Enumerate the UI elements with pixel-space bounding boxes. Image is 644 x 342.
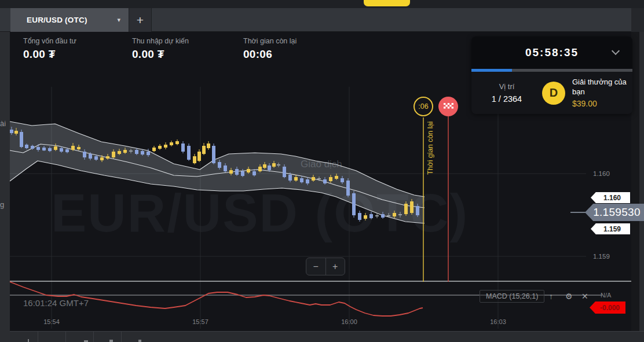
toolbar-divider — [121, 332, 122, 342]
stat-time-remaining: Thời gian còn lại 00:06 — [243, 37, 297, 61]
tournament-info-section: Vị trí 1 / 2364 D Giải thưởng của bạn $3… — [471, 72, 632, 114]
stat-total-investment: Tổng vốn đầu tư 0.00 ₮ — [23, 37, 76, 61]
left-edge-strip: ài g — [0, 32, 10, 342]
stat-label: Thời gian còn lại — [243, 37, 297, 45]
vertical-scrollbar[interactable] — [639, 32, 644, 331]
zoom-out-button[interactable]: − — [306, 258, 326, 275]
stat-expected-income: Thu nhập dự kiến 0.00 ₮ — [132, 37, 189, 61]
close-icon[interactable]: ✕ — [581, 292, 588, 301]
time-tick-label: 16:03 — [490, 318, 506, 325]
move-indicator-icon[interactable]: ↑ — [549, 292, 553, 301]
clipped-toolbar-icon[interactable] — [109, 340, 113, 342]
time-tick-label: 15:57 — [192, 318, 208, 325]
trading-platform-window: EUR/USD (OTC) ▾ + ài g Tổng vốn đầu tư 0… — [0, 0, 644, 342]
asset-tab-label: EUR/USD (OTC) — [27, 16, 87, 24]
zoom-in-button[interactable]: + — [326, 258, 345, 275]
position-value: 1 / 2364 — [471, 94, 542, 104]
tournament-prize: Giải thưởng của bạn $39.00 — [572, 78, 628, 108]
clipped-text-fragment: g — [0, 200, 4, 209]
time-tick-label: 15:54 — [43, 318, 60, 325]
stat-value: 00:06 — [243, 48, 297, 61]
time-tick-label: 16:00 — [341, 318, 357, 325]
expiry-flag-marker — [438, 97, 458, 116]
position-label: Vị trí — [471, 82, 542, 91]
price-tick-label: 1.160 — [593, 170, 610, 177]
clipped-toolbar-icon[interactable] — [138, 340, 141, 342]
prize-value: $39.00 — [572, 99, 628, 108]
stat-value: 0.00 ₮ — [132, 48, 189, 61]
current-price-pill: 1.159530 — [585, 204, 644, 221]
top-strip — [0, 0, 644, 8]
chevron-down-icon: ▾ — [117, 16, 120, 24]
cropped-yellow-button[interactable] — [364, 0, 410, 6]
checkered-flag-icon — [444, 103, 453, 111]
tournament-timer-section: 05:58:35 — [471, 36, 632, 69]
clock-timestamp: 16:01:24 GMT+7 — [23, 298, 89, 308]
stat-label: Tổng vốn đầu tư — [23, 37, 76, 45]
stat-value: 0.00 ₮ — [23, 48, 76, 61]
trade-watermark: Giao dịch — [301, 159, 342, 170]
macd-value-badge: -0.000 — [590, 301, 625, 314]
symbol-watermark: EUR/USD (OTC) — [51, 183, 595, 244]
tournament-progress-track — [471, 69, 632, 72]
price-tick-label: 1.159 — [593, 253, 610, 260]
countdown-badge: :06 — [414, 97, 433, 116]
coin-icon: D — [542, 82, 565, 105]
tournament-card: 05:58:35 Vị trí 1 / 2364 D Giải thưởng c… — [471, 36, 632, 114]
clipped-text-fragment: ài — [0, 119, 6, 128]
toolbar-divider — [38, 332, 38, 342]
add-asset-button[interactable]: + — [129, 8, 152, 32]
price-level-pill-lower: 1.159 — [591, 223, 630, 234]
macd-indicator-label[interactable]: MACD (15,26,1) — [480, 290, 544, 303]
chevron-down-icon[interactable] — [613, 48, 619, 54]
prize-label: Giải thưởng của bạn — [572, 78, 628, 97]
chart-zoom-controls: − + — [306, 258, 345, 275]
toolbar-divider — [65, 332, 66, 342]
bottom-toolbar — [10, 331, 644, 342]
tournament-progress-fill — [471, 69, 512, 72]
toolbar-divider — [93, 332, 94, 342]
clipped-toolbar-icon[interactable] — [28, 339, 29, 342]
price-level-pill-upper: 1.160 — [591, 192, 630, 203]
macd-na-label: N/A — [601, 292, 611, 299]
tab-bar-right-corner — [631, 8, 644, 32]
time-remaining-line-label: Thời gian còn lại — [426, 119, 434, 175]
asset-tab-eurusd[interactable]: EUR/USD (OTC) ▾ — [10, 8, 129, 32]
tournament-timer: 05:58:35 — [525, 46, 579, 59]
stat-label: Thu nhập dự kiến — [132, 37, 189, 45]
gear-icon[interactable]: ⚙ — [565, 292, 573, 301]
tournament-position: Vị trí 1 / 2364 — [471, 82, 542, 104]
